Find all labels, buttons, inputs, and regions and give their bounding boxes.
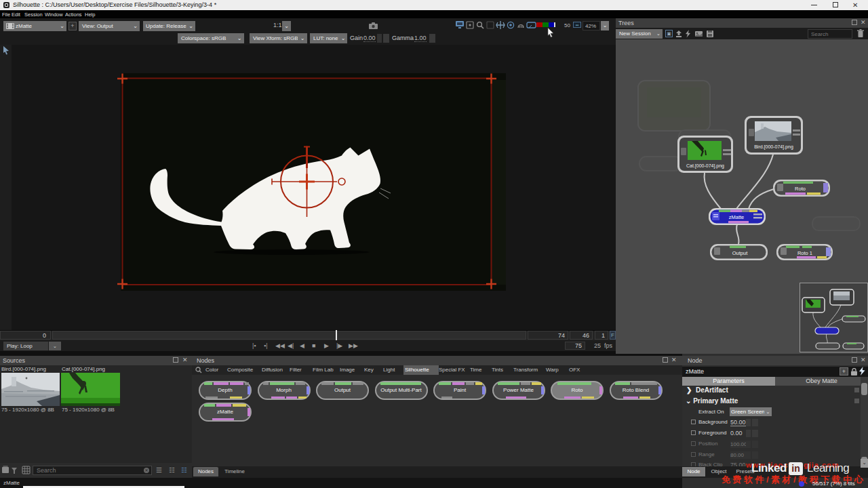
svg-text:Cat.[000-074].png: Cat.[000-074].png [686, 163, 724, 169]
svg-text:Roto 1: Roto 1 [797, 250, 812, 256]
svg-text:Bird.[000-074].png: Bird.[000-074].png [754, 144, 793, 150]
svg-text:Roto: Roto [795, 186, 806, 192]
svg-text:zMatte: zMatte [729, 214, 745, 220]
svg-text:Output: Output [732, 250, 748, 256]
